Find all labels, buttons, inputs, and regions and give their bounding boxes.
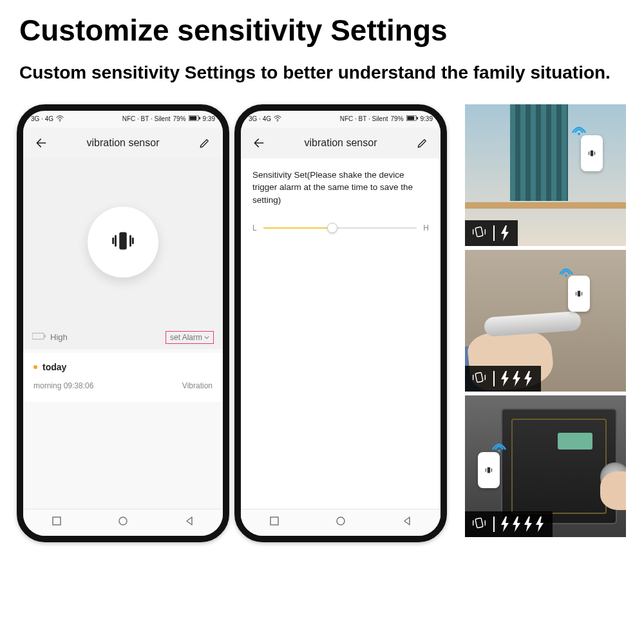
svg-point-9 bbox=[277, 120, 278, 122]
sensitivity-slider-row: L H bbox=[252, 222, 429, 234]
lightning-icon bbox=[523, 516, 533, 532]
wifi-icon bbox=[274, 115, 281, 123]
event-row[interactable]: morning 09:38:06 Vibration bbox=[33, 372, 213, 395]
tile-safe-box bbox=[465, 395, 626, 537]
screen-title: vibration sensor bbox=[87, 137, 160, 149]
edit-button[interactable] bbox=[197, 135, 213, 151]
status-icons: NFC · BT · Silent bbox=[122, 115, 171, 122]
svg-point-18 bbox=[565, 274, 567, 277]
lightning-icon bbox=[500, 516, 510, 532]
set-alarm-button[interactable]: set Alarm bbox=[166, 331, 214, 344]
svg-rect-11 bbox=[407, 117, 414, 120]
slider-low-label: L bbox=[252, 223, 257, 232]
svg-rect-2 bbox=[189, 117, 196, 120]
status-bar: 3G · 4G NFC · BT · Silent 79% 9:39 bbox=[241, 111, 440, 128]
sensitivity-slider[interactable] bbox=[263, 222, 417, 234]
slider-fill bbox=[263, 227, 332, 229]
page-subhead: Custom sensitivity Settings to better un… bbox=[0, 54, 644, 104]
bolt-row bbox=[500, 225, 510, 241]
today-dot-icon bbox=[33, 365, 37, 369]
set-alarm-label: set Alarm bbox=[170, 333, 202, 342]
svg-rect-17 bbox=[475, 227, 483, 237]
event-time: morning 09:38:06 bbox=[33, 381, 93, 390]
nav-recent-icon[interactable] bbox=[269, 516, 279, 529]
lightning-icon bbox=[523, 371, 533, 386]
svg-rect-22 bbox=[488, 467, 491, 473]
sensor-device-icon bbox=[581, 135, 603, 171]
today-label: today bbox=[43, 362, 66, 372]
separator bbox=[493, 371, 495, 386]
signal-indicator: 3G · 4G bbox=[249, 115, 271, 122]
nav-back-icon[interactable] bbox=[402, 516, 412, 529]
vibration-outline-icon bbox=[470, 368, 488, 389]
device-icon-circle[interactable] bbox=[88, 207, 158, 278]
vibration-outline-icon bbox=[470, 223, 488, 243]
svg-point-15 bbox=[578, 133, 580, 135]
nav-home-icon[interactable] bbox=[118, 516, 128, 529]
svg-point-8 bbox=[119, 517, 127, 525]
chevron-down-icon bbox=[204, 333, 209, 342]
door-handle-illustration bbox=[484, 311, 582, 337]
status-row: High set Alarm bbox=[23, 326, 223, 349]
tile-door-handle bbox=[465, 250, 626, 392]
battery-outline-icon bbox=[32, 332, 46, 342]
svg-rect-3 bbox=[199, 117, 200, 120]
svg-rect-16 bbox=[591, 150, 594, 156]
nav-home-icon[interactable] bbox=[336, 516, 346, 529]
app-bar: vibration sensor bbox=[23, 128, 223, 158]
events-card: today morning 09:38:06 Vibration bbox=[23, 353, 223, 402]
svg-rect-12 bbox=[417, 117, 418, 120]
clock-text: 9:39 bbox=[421, 115, 433, 122]
clock-text: 9:39 bbox=[203, 115, 215, 122]
battery-icon bbox=[406, 115, 418, 122]
back-button[interactable] bbox=[251, 135, 267, 151]
safe-illustration bbox=[501, 408, 617, 524]
vibration-outline-icon bbox=[470, 514, 488, 535]
lightning-icon bbox=[500, 371, 510, 386]
stage: 3G · 4G NFC · BT · Silent 79% 9:39 vibra… bbox=[0, 104, 644, 542]
nav-recent-icon[interactable] bbox=[52, 516, 62, 529]
svg-point-21 bbox=[498, 450, 500, 452]
slider-high-label: H bbox=[423, 223, 429, 232]
app-bar: vibration sensor bbox=[241, 128, 440, 158]
hand-illustration bbox=[600, 471, 626, 510]
svg-rect-5 bbox=[32, 334, 44, 339]
safe-screen bbox=[558, 433, 592, 450]
vibration-icon bbox=[108, 226, 138, 258]
today-heading: today bbox=[33, 362, 213, 372]
back-button[interactable] bbox=[33, 135, 49, 151]
wifi-icon bbox=[571, 120, 587, 137]
sensitivity-panel: Sensitivity Set(Please shake the device … bbox=[241, 158, 440, 519]
battery-icon bbox=[189, 115, 200, 122]
svg-rect-4 bbox=[119, 232, 127, 249]
use-case-gallery bbox=[465, 104, 626, 537]
battery-level-label: High bbox=[50, 332, 68, 342]
curtain-illustration bbox=[510, 104, 568, 201]
sensor-device-icon bbox=[478, 452, 500, 488]
intensity-badge bbox=[465, 220, 518, 246]
shelf-illustration bbox=[465, 202, 626, 209]
event-type: Vibration bbox=[182, 381, 213, 390]
edit-button[interactable] bbox=[415, 135, 430, 151]
svg-rect-13 bbox=[270, 517, 278, 525]
signal-indicator: 3G · 4G bbox=[31, 115, 53, 122]
android-nav-bar bbox=[23, 509, 223, 536]
tile-living-room bbox=[465, 104, 626, 246]
svg-point-14 bbox=[337, 517, 345, 525]
slider-thumb[interactable] bbox=[327, 223, 337, 233]
bolt-row bbox=[500, 371, 533, 386]
phone-main-screen: 3G · 4G NFC · BT · Silent 79% 9:39 vibra… bbox=[17, 104, 229, 542]
wifi-icon bbox=[491, 437, 507, 453]
svg-rect-20 bbox=[475, 372, 483, 383]
lightning-icon bbox=[511, 516, 522, 532]
svg-rect-6 bbox=[44, 335, 46, 337]
svg-rect-23 bbox=[475, 518, 483, 528]
separator bbox=[493, 516, 495, 532]
svg-point-0 bbox=[59, 120, 61, 122]
svg-rect-19 bbox=[578, 290, 581, 296]
status-bar: 3G · 4G NFC · BT · Silent 79% 9:39 bbox=[23, 111, 223, 128]
lightning-icon bbox=[511, 371, 522, 386]
nav-back-icon[interactable] bbox=[184, 516, 194, 529]
intensity-badge bbox=[465, 366, 541, 392]
sensitivity-description: Sensitivity Set(Please shake the device … bbox=[252, 169, 429, 207]
